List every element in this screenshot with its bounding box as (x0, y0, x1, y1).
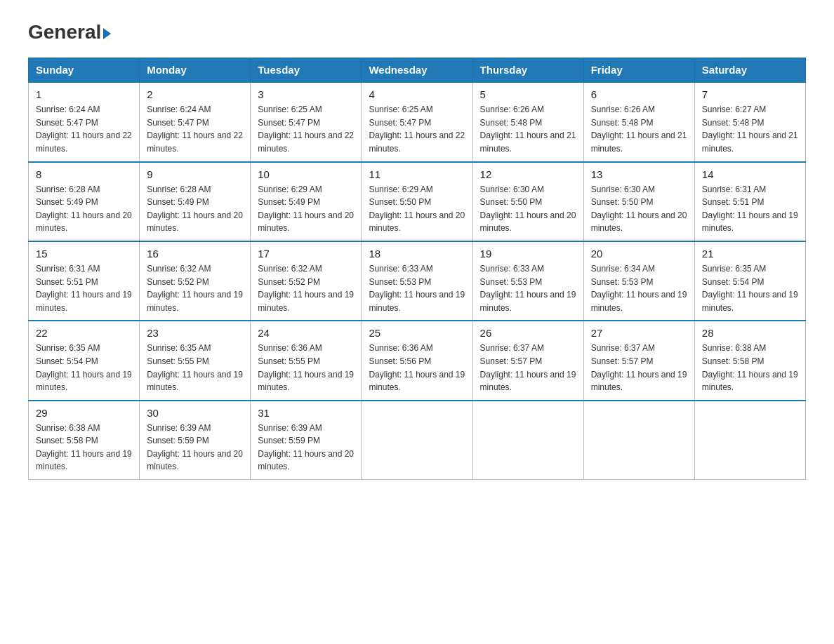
calendar-cell: 27 Sunrise: 6:37 AM Sunset: 5:57 PM Dayl… (583, 321, 694, 400)
calendar-cell: 5 Sunrise: 6:26 AM Sunset: 5:48 PM Dayli… (472, 82, 583, 161)
day-number: 6 (591, 88, 687, 100)
day-info: Sunrise: 6:29 AM Sunset: 5:49 PM Dayligh… (258, 183, 354, 235)
calendar-cell: 29 Sunrise: 6:38 AM Sunset: 5:58 PM Dayl… (29, 401, 140, 480)
calendar-cell: 12 Sunrise: 6:30 AM Sunset: 5:50 PM Dayl… (472, 162, 583, 241)
calendar-cell: 19 Sunrise: 6:33 AM Sunset: 5:53 PM Dayl… (472, 241, 583, 321)
day-number: 7 (702, 88, 798, 100)
calendar-cell: 3 Sunrise: 6:25 AM Sunset: 5:47 PM Dayli… (251, 82, 362, 161)
day-number: 19 (480, 248, 576, 260)
calendar-cell: 18 Sunrise: 6:33 AM Sunset: 5:53 PM Dayl… (362, 241, 472, 321)
day-info: Sunrise: 6:32 AM Sunset: 5:52 PM Dayligh… (258, 262, 354, 314)
column-header-saturday: Saturday (694, 58, 805, 83)
calendar-cell: 15 Sunrise: 6:31 AM Sunset: 5:51 PM Dayl… (29, 241, 140, 321)
calendar-cell: 16 Sunrise: 6:32 AM Sunset: 5:52 PM Dayl… (140, 241, 251, 321)
column-header-wednesday: Wednesday (362, 58, 472, 83)
day-info: Sunrise: 6:35 AM Sunset: 5:54 PM Dayligh… (702, 262, 798, 314)
calendar-cell: 24 Sunrise: 6:36 AM Sunset: 5:55 PM Dayl… (251, 321, 362, 400)
day-number: 28 (702, 327, 798, 339)
day-info: Sunrise: 6:36 AM Sunset: 5:56 PM Dayligh… (369, 342, 465, 394)
day-number: 10 (258, 168, 354, 180)
calendar-week-row: 29 Sunrise: 6:38 AM Sunset: 5:58 PM Dayl… (29, 401, 806, 480)
column-header-tuesday: Tuesday (251, 58, 362, 83)
day-info: Sunrise: 6:29 AM Sunset: 5:50 PM Dayligh… (369, 183, 465, 235)
day-info: Sunrise: 6:37 AM Sunset: 5:57 PM Dayligh… (480, 342, 576, 394)
day-number: 20 (591, 248, 687, 260)
calendar-cell: 10 Sunrise: 6:29 AM Sunset: 5:49 PM Dayl… (251, 162, 362, 241)
day-number: 5 (480, 88, 576, 100)
day-info: Sunrise: 6:30 AM Sunset: 5:50 PM Dayligh… (591, 183, 687, 235)
calendar-cell: 4 Sunrise: 6:25 AM Sunset: 5:47 PM Dayli… (362, 82, 472, 161)
day-info: Sunrise: 6:31 AM Sunset: 5:51 PM Dayligh… (36, 262, 132, 314)
calendar-cell: 22 Sunrise: 6:35 AM Sunset: 5:54 PM Dayl… (29, 321, 140, 400)
calendar-cell: 25 Sunrise: 6:36 AM Sunset: 5:56 PM Dayl… (362, 321, 472, 400)
day-number: 29 (36, 407, 132, 419)
day-info: Sunrise: 6:24 AM Sunset: 5:47 PM Dayligh… (147, 103, 243, 155)
calendar-cell: 11 Sunrise: 6:29 AM Sunset: 5:50 PM Dayl… (362, 162, 472, 241)
day-info: Sunrise: 6:32 AM Sunset: 5:52 PM Dayligh… (147, 262, 243, 314)
logo: General (28, 21, 111, 43)
day-info: Sunrise: 6:30 AM Sunset: 5:50 PM Dayligh… (480, 183, 576, 235)
day-number: 17 (258, 248, 354, 260)
day-number: 21 (702, 248, 798, 260)
calendar-cell: 13 Sunrise: 6:30 AM Sunset: 5:50 PM Dayl… (583, 162, 694, 241)
day-number: 3 (258, 88, 354, 100)
day-number: 31 (258, 407, 354, 419)
day-number: 12 (480, 168, 576, 180)
calendar-cell: 6 Sunrise: 6:26 AM Sunset: 5:48 PM Dayli… (583, 82, 694, 161)
day-info: Sunrise: 6:25 AM Sunset: 5:47 PM Dayligh… (369, 103, 465, 155)
day-info: Sunrise: 6:35 AM Sunset: 5:54 PM Dayligh… (36, 342, 132, 394)
page-header: General (28, 21, 806, 43)
day-number: 18 (369, 248, 465, 260)
calendar-header-row: SundayMondayTuesdayWednesdayThursdayFrid… (29, 58, 806, 83)
calendar-cell: 28 Sunrise: 6:38 AM Sunset: 5:58 PM Dayl… (694, 321, 805, 400)
calendar-cell (694, 401, 805, 480)
calendar-week-row: 15 Sunrise: 6:31 AM Sunset: 5:51 PM Dayl… (29, 241, 806, 321)
calendar-cell: 2 Sunrise: 6:24 AM Sunset: 5:47 PM Dayli… (140, 82, 251, 161)
calendar-cell: 8 Sunrise: 6:28 AM Sunset: 5:49 PM Dayli… (29, 162, 140, 241)
day-info: Sunrise: 6:38 AM Sunset: 5:58 PM Dayligh… (702, 342, 798, 394)
day-number: 26 (480, 327, 576, 339)
column-header-friday: Friday (583, 58, 694, 83)
calendar-cell: 1 Sunrise: 6:24 AM Sunset: 5:47 PM Dayli… (29, 82, 140, 161)
day-info: Sunrise: 6:36 AM Sunset: 5:55 PM Dayligh… (258, 342, 354, 394)
calendar-cell: 9 Sunrise: 6:28 AM Sunset: 5:49 PM Dayli… (140, 162, 251, 241)
column-header-sunday: Sunday (29, 58, 140, 83)
column-header-monday: Monday (140, 58, 251, 83)
column-header-thursday: Thursday (472, 58, 583, 83)
day-number: 2 (147, 88, 243, 100)
day-info: Sunrise: 6:35 AM Sunset: 5:55 PM Dayligh… (147, 342, 243, 394)
day-info: Sunrise: 6:26 AM Sunset: 5:48 PM Dayligh… (480, 103, 576, 155)
day-number: 9 (147, 168, 243, 180)
calendar-cell: 17 Sunrise: 6:32 AM Sunset: 5:52 PM Dayl… (251, 241, 362, 321)
calendar-cell: 26 Sunrise: 6:37 AM Sunset: 5:57 PM Dayl… (472, 321, 583, 400)
day-info: Sunrise: 6:25 AM Sunset: 5:47 PM Dayligh… (258, 103, 354, 155)
calendar-cell: 31 Sunrise: 6:39 AM Sunset: 5:59 PM Dayl… (251, 401, 362, 480)
day-number: 25 (369, 327, 465, 339)
day-number: 14 (702, 168, 798, 180)
day-info: Sunrise: 6:24 AM Sunset: 5:47 PM Dayligh… (36, 103, 132, 155)
day-number: 23 (147, 327, 243, 339)
day-info: Sunrise: 6:39 AM Sunset: 5:59 PM Dayligh… (258, 422, 354, 474)
day-info: Sunrise: 6:33 AM Sunset: 5:53 PM Dayligh… (369, 262, 465, 314)
calendar-cell: 14 Sunrise: 6:31 AM Sunset: 5:51 PM Dayl… (694, 162, 805, 241)
day-info: Sunrise: 6:39 AM Sunset: 5:59 PM Dayligh… (147, 422, 243, 474)
day-info: Sunrise: 6:34 AM Sunset: 5:53 PM Dayligh… (591, 262, 687, 314)
day-number: 4 (369, 88, 465, 100)
logo-line1: General (28, 21, 111, 43)
day-number: 24 (258, 327, 354, 339)
day-number: 22 (36, 327, 132, 339)
day-info: Sunrise: 6:33 AM Sunset: 5:53 PM Dayligh… (480, 262, 576, 314)
day-number: 13 (591, 168, 687, 180)
day-number: 30 (147, 407, 243, 419)
day-info: Sunrise: 6:28 AM Sunset: 5:49 PM Dayligh… (147, 183, 243, 235)
day-number: 27 (591, 327, 687, 339)
logo-arrow-icon (103, 28, 111, 39)
day-info: Sunrise: 6:38 AM Sunset: 5:58 PM Dayligh… (36, 422, 132, 474)
day-info: Sunrise: 6:37 AM Sunset: 5:57 PM Dayligh… (591, 342, 687, 394)
calendar-cell (472, 401, 583, 480)
day-number: 1 (36, 88, 132, 100)
day-info: Sunrise: 6:31 AM Sunset: 5:51 PM Dayligh… (702, 183, 798, 235)
calendar-week-row: 8 Sunrise: 6:28 AM Sunset: 5:49 PM Dayli… (29, 162, 806, 241)
day-number: 16 (147, 248, 243, 260)
calendar-week-row: 1 Sunrise: 6:24 AM Sunset: 5:47 PM Dayli… (29, 82, 806, 161)
